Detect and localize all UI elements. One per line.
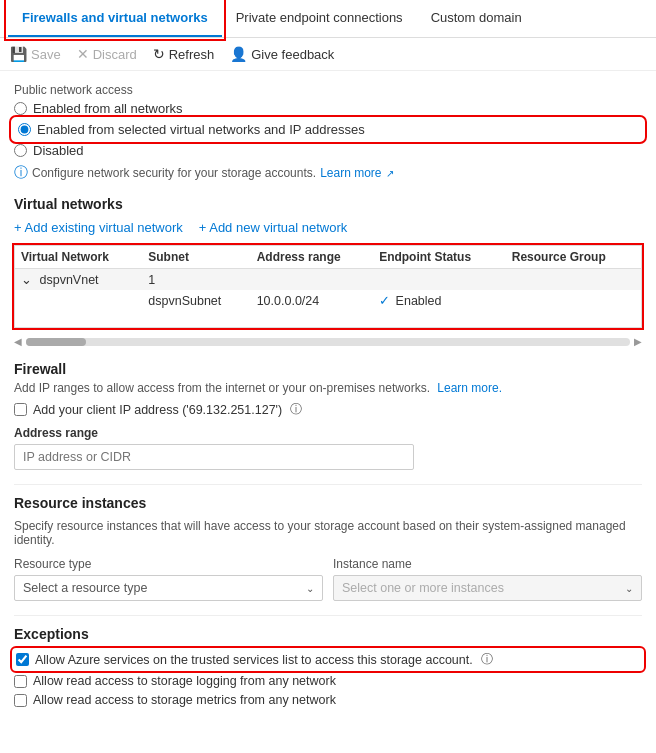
checkmark-icon: ✓ <box>379 294 390 308</box>
option-selected-networks[interactable]: Enabled from selected virtual networks a… <box>14 120 642 139</box>
exception-checkbox-2[interactable] <box>14 694 27 707</box>
subnet-name: dspvnSubnet <box>142 290 250 311</box>
add-existing-vnet[interactable]: + Add existing virtual network <box>14 220 183 235</box>
discard-icon: ✕ <box>77 46 89 62</box>
firewall-section: Firewall Add IP ranges to allow access f… <box>14 361 642 470</box>
feedback-button[interactable]: 👤 Give feedback <box>230 46 334 62</box>
main-content: Public network access Enabled from all n… <box>0 71 656 733</box>
resource-instances-desc: Specify resource instances that will hav… <box>14 519 642 547</box>
refresh-icon: ↻ <box>153 46 165 62</box>
col-vnet: Virtual Network <box>15 246 142 269</box>
exception-item-2: Allow read access to storage metrics fro… <box>14 693 642 707</box>
feedback-icon: 👤 <box>230 46 247 62</box>
info-icon: ⓘ <box>14 164 28 182</box>
address-range-input[interactable] <box>14 444 414 470</box>
exception-item-1: Allow read access to storage logging fro… <box>14 674 642 688</box>
divider <box>14 484 642 485</box>
client-ip-checkbox[interactable] <box>14 403 27 416</box>
instance-select[interactable]: Select one or more instances ⌄ <box>333 575 642 601</box>
scroll-left-arrow[interactable]: ◀ <box>14 336 22 347</box>
vnet-table-wrapper: Virtual Network Subnet Address range End… <box>14 245 642 328</box>
info-row: ⓘ Configure network security for your st… <box>14 164 642 182</box>
resource-type-col: Resource type Select a resource type ⌄ <box>14 557 323 601</box>
client-ip-checkbox-row: Add your client IP address ('69.132.251.… <box>14 401 642 418</box>
col-address: Address range <box>251 246 373 269</box>
table-row[interactable]: dspvnSubnet 10.0.0.0/24 ✓ Enabled <box>15 290 641 311</box>
scroll-thumb <box>26 338 86 346</box>
exception-item-0: Allow Azure services on the trusted serv… <box>14 650 642 669</box>
save-icon: 💾 <box>10 46 27 62</box>
col-resource-group: Resource Group <box>506 246 641 269</box>
toolbar: 💾 Save ✕ Discard ↻ Refresh 👤 Give feedba… <box>0 38 656 71</box>
instance-name-col: Instance name Select one or more instanc… <box>333 557 642 601</box>
resource-type-select[interactable]: Select a resource type ⌄ <box>14 575 323 601</box>
scroll-track[interactable] <box>26 338 630 346</box>
resource-instances-section: Resource instances Specify resource inst… <box>14 495 642 601</box>
endpoint-status: ✓ Enabled <box>373 290 506 311</box>
option-all-networks[interactable]: Enabled from all networks <box>14 101 642 116</box>
tab-firewalls[interactable]: Firewalls and virtual networks <box>8 0 222 37</box>
address-range: 10.0.0.0/24 <box>251 290 373 311</box>
refresh-button[interactable]: ↻ Refresh <box>153 46 215 62</box>
save-button[interactable]: 💾 Save <box>10 46 61 62</box>
network-access-options: Enabled from all networks Enabled from s… <box>14 101 642 158</box>
tab-custom-domain[interactable]: Custom domain <box>417 0 536 37</box>
table-header-row: Virtual Network Subnet Address range End… <box>15 246 641 269</box>
scroll-right-arrow[interactable]: ▶ <box>634 336 642 347</box>
vnet-name: ⌄ dspvnVnet <box>15 269 142 291</box>
add-new-vnet[interactable]: + Add new virtual network <box>199 220 348 235</box>
vnet-table: Virtual Network Subnet Address range End… <box>15 246 641 311</box>
firewall-title: Firewall <box>14 361 642 377</box>
exception-checkbox-0[interactable] <box>16 653 29 666</box>
col-status: Endpoint Status <box>373 246 506 269</box>
exceptions-title: Exceptions <box>14 626 642 642</box>
resource-grid: Resource type Select a resource type ⌄ I… <box>14 557 642 601</box>
resource-type-label: Resource type <box>14 557 323 571</box>
exceptions-section: Exceptions Allow Azure services on the t… <box>14 626 642 707</box>
firewall-desc: Add IP ranges to allow access from the i… <box>14 381 642 395</box>
virtual-networks-title: Virtual networks <box>14 196 642 212</box>
firewall-learn-more[interactable]: Learn more. <box>437 381 502 395</box>
option-disabled[interactable]: Disabled <box>14 143 642 158</box>
address-range-label: Address range <box>14 426 642 440</box>
vnet-count: 1 <box>142 269 250 291</box>
client-ip-info-icon: ⓘ <box>290 401 302 418</box>
exception-info-icon-0: ⓘ <box>481 651 493 668</box>
tab-private-endpoint[interactable]: Private endpoint connections <box>222 0 417 37</box>
learn-more-link[interactable]: Learn more <box>320 166 381 180</box>
col-subnet: Subnet <box>142 246 250 269</box>
table-row[interactable]: ⌄ dspvnVnet 1 <box>15 269 641 291</box>
external-link-icon: ↗ <box>386 168 394 179</box>
collapse-icon[interactable]: ⌄ <box>21 273 32 287</box>
horizontal-scrollbar: ◀ ▶ <box>14 336 642 347</box>
instance-label: Instance name <box>333 557 642 571</box>
divider-2 <box>14 615 642 616</box>
public-network-label: Public network access <box>14 83 642 97</box>
tab-bar: Firewalls and virtual networks Private e… <box>0 0 656 38</box>
resource-type-chevron: ⌄ <box>306 583 314 594</box>
discard-button[interactable]: ✕ Discard <box>77 46 137 62</box>
exception-checkbox-1[interactable] <box>14 675 27 688</box>
vnet-actions: + Add existing virtual network + Add new… <box>14 220 642 235</box>
instance-chevron: ⌄ <box>625 583 633 594</box>
resource-instances-title: Resource instances <box>14 495 642 511</box>
public-network-section: Public network access Enabled from all n… <box>14 83 642 182</box>
